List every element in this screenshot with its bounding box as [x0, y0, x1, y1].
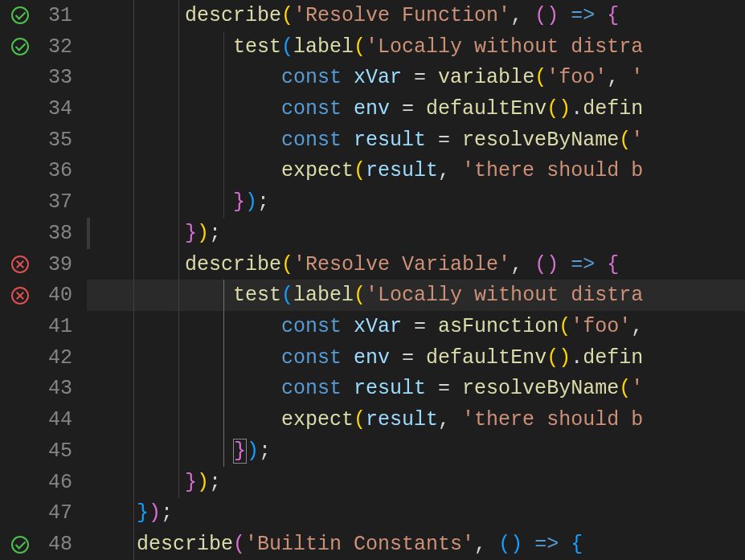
gutter-status-cell[interactable] — [0, 536, 40, 554]
token-paren-blue: ) — [247, 439, 259, 463]
token-default: ; — [209, 471, 221, 494]
indent-guide — [178, 342, 179, 374]
indent-guide — [133, 218, 134, 249]
indent-guide — [133, 311, 134, 342]
token-string: 'there should b — [462, 408, 643, 431]
code-line[interactable]: describe('Builtin Constants', () => { — [87, 529, 745, 560]
line-number[interactable]: 33 — [40, 66, 87, 89]
token-string: ' — [631, 129, 643, 152]
line-number[interactable]: 41 — [40, 315, 87, 338]
code-line[interactable]: const result = resolveByName(' — [87, 374, 745, 405]
indent-guide — [178, 249, 179, 280]
line-number[interactable]: 45 — [40, 439, 87, 463]
indent-guide — [178, 404, 179, 435]
indent-guide — [223, 435, 224, 467]
test-fail-icon[interactable] — [11, 287, 29, 305]
line-number[interactable]: 39 — [40, 253, 87, 276]
line-number[interactable]: 40 — [40, 284, 87, 307]
token-paren-purple: ( — [534, 4, 546, 27]
token-default: = — [402, 66, 438, 89]
code-line[interactable]: expect(result, 'there should b — [87, 404, 745, 435]
test-pass-icon[interactable] — [11, 536, 29, 554]
code-line[interactable]: const xVar = asFunction('foo', — [87, 311, 745, 342]
code-line[interactable]: const result = resolveByName(' — [87, 125, 745, 156]
test-pass-icon[interactable] — [11, 38, 29, 55]
token-func: resolveByName — [462, 129, 619, 152]
token-func: test — [233, 35, 281, 59]
token-default — [595, 4, 607, 27]
token-var: result — [354, 377, 426, 400]
indent-guide — [133, 156, 134, 187]
token-func: defaultEnv — [426, 346, 546, 370]
token-default — [342, 66, 354, 89]
gutter-status-cell[interactable] — [0, 38, 40, 55]
code-line[interactable]: }); — [87, 218, 745, 249]
code-line[interactable]: const env = defaultEnv().defin — [87, 342, 745, 374]
indent-guide — [178, 0, 179, 31]
code-line[interactable]: const env = defaultEnv().defin — [87, 93, 745, 125]
token-paren-yellow: ( — [559, 315, 571, 338]
token-default: ; — [161, 501, 173, 525]
code-line[interactable]: }); — [87, 186, 745, 218]
line-number[interactable]: 32 — [40, 35, 87, 59]
code-editor[interactable]: 313233343536373839404142434445464748 des… — [0, 0, 745, 560]
code-line[interactable]: describe('Resolve Function', () => { — [87, 0, 745, 31]
indent-guide — [133, 342, 134, 374]
test-fail-icon[interactable] — [11, 255, 29, 273]
indent-guide — [178, 62, 179, 93]
line-number[interactable]: 46 — [40, 471, 87, 494]
token-func: resolveByName — [462, 377, 619, 400]
code-line[interactable]: const xVar = variable('foo', ' — [87, 62, 745, 93]
code-line[interactable]: test(label('Locally without distra — [87, 280, 745, 311]
token-func: variable — [438, 66, 534, 89]
token-keyword: => — [571, 4, 595, 27]
test-pass-icon[interactable] — [11, 6, 29, 24]
line-number[interactable]: 44 — [40, 408, 87, 431]
indent-guide — [178, 31, 179, 63]
token-paren-yellow: ) — [197, 222, 209, 245]
indent-guide — [223, 62, 224, 93]
token-string: ' — [631, 377, 643, 400]
line-number[interactable]: 42 — [40, 346, 87, 370]
indent-guide — [133, 280, 134, 311]
line-number[interactable]: 43 — [40, 377, 87, 400]
gutter-status-cell[interactable] — [0, 6, 40, 24]
gutter-status-cell[interactable] — [0, 255, 40, 273]
token-paren-purple: } — [185, 471, 197, 494]
line-number[interactable]: 36 — [40, 159, 87, 182]
token-paren-yellow: ( — [354, 284, 366, 307]
token-paren-blue: ( — [498, 533, 510, 556]
line-number[interactable]: 34 — [40, 97, 87, 121]
token-default — [522, 533, 534, 556]
token-keyword: => — [571, 253, 595, 276]
code-line[interactable]: describe('Resolve Variable', () => { — [87, 249, 745, 280]
token-default: . — [571, 346, 583, 370]
indent-guide — [178, 467, 179, 498]
code-line[interactable]: }); — [87, 467, 745, 498]
line-number[interactable]: 38 — [40, 222, 87, 245]
token-default — [595, 253, 607, 276]
line-number[interactable]: 31 — [40, 4, 87, 27]
code-line[interactable]: expect(result, 'there should b — [87, 156, 745, 187]
code-line[interactable]: }); — [87, 498, 745, 529]
code-line[interactable]: }); — [87, 435, 745, 467]
token-var: result — [354, 129, 426, 152]
token-default — [342, 377, 354, 400]
token-func: defin — [583, 97, 643, 121]
code-line[interactable]: test(label('Locally without distra — [87, 31, 745, 63]
gutter-status-cell[interactable] — [0, 287, 40, 305]
token-paren-blue: ( — [281, 35, 293, 59]
line-number[interactable]: 35 — [40, 129, 87, 152]
token-var: xVar — [354, 66, 402, 89]
token-func: expect — [281, 408, 354, 431]
token-func: test — [233, 284, 281, 307]
line-number[interactable]: 37 — [40, 190, 87, 214]
change-marker — [87, 218, 90, 249]
line-number[interactable]: 47 — [40, 501, 87, 525]
token-paren-purple: ) — [546, 253, 559, 276]
token-var: xVar — [354, 315, 402, 338]
token-func: defaultEnv — [426, 97, 546, 121]
line-number[interactable]: 48 — [40, 533, 87, 556]
code-area[interactable]: describe('Resolve Function', () => { tes… — [87, 0, 745, 560]
indent-guide — [223, 93, 224, 125]
